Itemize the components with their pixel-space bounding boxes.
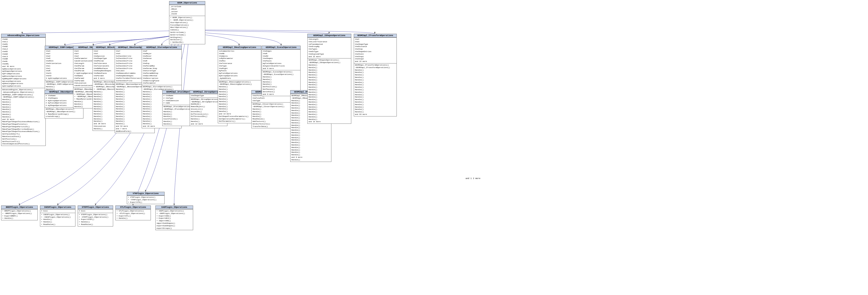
box-icurve-fields: theP theMajor theMinor theSense theR the… [142, 49, 182, 85]
method-getdocid: GetDocID() [170, 41, 204, 44]
box-brep: BREPPlugin_IOperations BREPPlugin_IOpera… [1, 205, 38, 220]
m14: MakePipeTShapeThicknessReduction() [2, 121, 44, 123]
m13: and 31 more [2, 118, 44, 121]
f6: theR2 [2, 51, 44, 53]
box-step-header: STEPPlugin_IOperations [78, 206, 113, 209]
box-iges: IGESPlugin_IOperations # bool IGESPlugin… [40, 205, 75, 227]
box-advanced-engine-fields: theW1 theL1 theR1 theW2 theL2 theR2 theW… [1, 37, 45, 88]
f7: theW3 [2, 53, 44, 56]
f20: myGroupOperations [2, 85, 44, 88]
m12: Handle() [2, 116, 44, 118]
method-finishop: FinishOperation() [170, 24, 204, 27]
box-step-methods: STEPPlugin_IOperations() ~STEPPlugin_IOp… [78, 213, 113, 226]
arrows-svg [0, 0, 868, 295]
box-stl: STLPlugin_IOperations STLPlugin_IOperati… [116, 205, 151, 220]
f4: theW2 [2, 45, 44, 48]
m20: MakeConicalFace() [2, 135, 44, 138]
m23: CheckCompatiblePosition() [2, 143, 44, 145]
box-xao: XAOPlugin_IOperations XAOPlugin_IOperati… [155, 205, 193, 230]
method-geom-ioperations-ctor: GEOM_IOperations() [170, 17, 204, 19]
f13: myBasicOperations [2, 68, 44, 70]
m11: Handle() [2, 113, 44, 116]
m6: Handle() [2, 101, 44, 103]
box-ihealing-fields: isCommonVertex theNb theWalls isMyParame… [218, 49, 261, 80]
f9: theWH [2, 58, 44, 60]
box-vtk-methods: VTKPlugin_IOperations() ~VTKPlugin_IOper… [127, 195, 164, 204]
f10: theHL [2, 60, 44, 63]
box-geom-ioperations-header: GEOM_IOperations [169, 1, 205, 5]
method-seterror: SetErrorCode() [170, 31, 204, 34]
box-geom-ioperations-fields: _errorCode _SMesh _solver _theIO [169, 5, 205, 16]
box-ihealing-header: GEOMImpl_IHealingOperations [218, 46, 261, 49]
method-abortop: AbortOperation() [170, 26, 204, 29]
box-stl-methods: STLPlugin_IOperations() ~STLPlugin_IOper… [116, 209, 151, 220]
m15: MakePipeTShapeFillets() [2, 123, 44, 126]
box-xao-methods: XAOPlugin_IOperations() ~XAOPlugin_IOper… [156, 209, 193, 230]
m9: Handle() [2, 108, 44, 111]
box-geom-ioperations-methods: GEOM_IOperations() ~GEOM_IOperations() S… [169, 16, 205, 44]
m2: ~AdvancedEngine_IOperations() [2, 91, 44, 94]
f2: theL1 [2, 41, 44, 43]
box-itransform-fields: theC theU theShapeType theDistance theSt… [354, 37, 397, 63]
f18: myLocalOperations [2, 80, 44, 83]
diagram-container: GEOM_IOperations _errorCode _SMesh _solv… [0, 0, 868, 295]
box-iinsert-methods: GEOMImpl_IInsertOperations() ~GEOMImpl_I… [252, 102, 291, 128]
m19: GetFacesOnSurf() [2, 133, 44, 135]
f11: theHHL [2, 63, 44, 65]
method-startop: StartOperation() [170, 22, 204, 24]
box-ilocal-header: GEOMImpl_ILocalOperations [262, 46, 300, 49]
box-icurve-header: GEOMImpl_ICurveOperations [142, 46, 182, 49]
m18: MakePipeTShapeThicknessReduction() [2, 130, 44, 133]
box-iges-methods: IGESPlugin_IOperations() ~IGESPlugin_IOp… [40, 213, 75, 226]
box-ishapes-fields: theLength theLinerTolerance isPlaneWante… [308, 37, 351, 58]
m21: GetPosition() [2, 138, 44, 140]
box-ishapes-header: GEOMImpl_IShapesOperations [308, 34, 351, 37]
m7: Handle() [2, 103, 44, 106]
f3: theR1 [2, 43, 44, 46]
box-advanced-engine: AdvancedEngine_IOperations theW1 theL1 t… [1, 34, 46, 146]
method-isdone: IsDone() [170, 29, 204, 31]
m17: MakePipeTShapeMirrorAndGlue() [2, 128, 44, 131]
m22: GetPositionTri() [2, 140, 44, 143]
box-ilocal-fields: theEdges theR theR2 theShapes theFaces m… [262, 49, 300, 70]
box-step-fields: # bool [78, 209, 113, 213]
box-brep-methods: BREPPlugin_IOperations() ~BREPPlugin_IOp… [1, 209, 37, 220]
field-errorcode: _errorCode [170, 5, 204, 8]
box-advanced-engine-methods: AdvancedEngine_IOperations() ~AdvancedEn… [1, 88, 45, 146]
method-getengine: GetEngine() [170, 36, 204, 39]
f8: theL3 [2, 56, 44, 58]
m16: MakePipeTShapePartition() [2, 126, 44, 128]
m5: Handle() [2, 98, 44, 101]
f14: myShapesOperations [2, 70, 44, 73]
box-vtk-header: VTKPlugin_IOperations [127, 192, 164, 195]
method-geterror: GetErrorCode() [170, 34, 204, 36]
box-ishapes-methods: GEOMImpl_IShapesOperations() ~GEOMImpl_I… [308, 58, 351, 124]
f1: theW1 [2, 38, 44, 41]
method-getsolver: GetSolver() [170, 39, 204, 41]
field-solver: _solver [170, 10, 204, 13]
f12: and 35 more [2, 65, 44, 68]
box-ishapes: GEOMImpl_IShapesOperations theLength the… [307, 34, 351, 124]
f16: myBlocksOperations [2, 75, 44, 78]
f19: myHealingOperations [2, 83, 44, 85]
f5: theL2 [2, 48, 44, 51]
box-geom-ioperations: GEOM_IOperations _errorCode _SMesh _solv… [169, 1, 205, 44]
and-more-label: and 1 2 more [466, 177, 480, 180]
m3: GEOMImpl_ISDPrimOperations() [2, 94, 44, 96]
m4: ~GEOMImpl_ISDPrimOperations() [2, 96, 44, 98]
box-iges-fields: # bool [40, 209, 75, 213]
box-advanced-engine-header: AdvancedEngine_IOperations [1, 34, 45, 37]
box-xao-header: XAOPlugin_IOperations [156, 206, 193, 209]
box-vtk: VTKPlugin_IOperations VTKPlugin_IOperati… [127, 192, 164, 204]
m1: AdvancedEngine_IOperations() [2, 89, 44, 91]
f17: myBRep3DPrimOperations [2, 78, 44, 80]
box-itransform-methods: GEOMImpl_ITransformOperations() ~GEOMImp… [354, 63, 397, 116]
box-itransform-header: GEOMImpl_ITransformOperations [354, 34, 397, 37]
m8: Handle() [2, 106, 44, 108]
box-ilocal: GEOMImpl_ILocalOperations theEdges theR … [262, 46, 301, 96]
m10: Handle() [2, 111, 44, 113]
box-itransform: GEOMImpl_ITransformOperations theC theU … [354, 34, 397, 117]
box-step: STEPPlugin_IOperations # bool STEPPlugin… [78, 205, 113, 227]
box-iges-header: IGESPlugin_IOperations [40, 206, 75, 209]
method-geom-ioperations-dtor: ~GEOM_IOperations() [170, 19, 204, 22]
